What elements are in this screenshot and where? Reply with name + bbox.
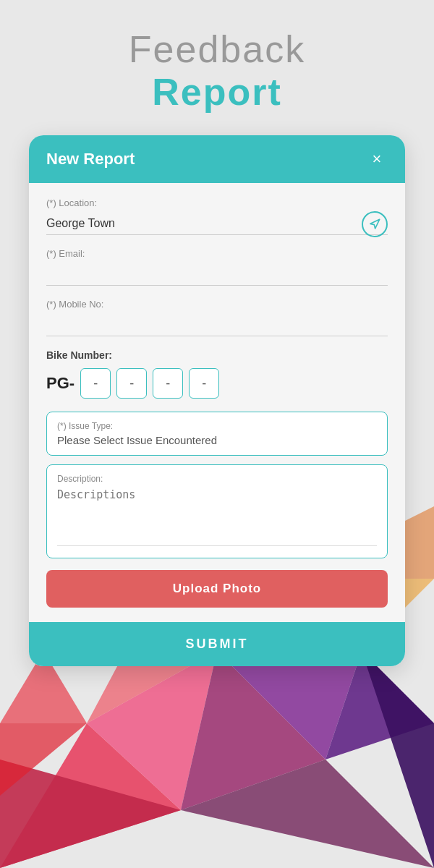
card-header: New Report × (29, 135, 405, 183)
bike-label: Bike Number: (46, 349, 388, 361)
card-footer: SUBMIT (29, 622, 405, 666)
modal-title: New Report (46, 150, 135, 169)
mobile-input[interactable] (46, 314, 388, 336)
page-title-report: Report (152, 70, 282, 114)
card-body: (*) Location: (*) Email: (29, 183, 405, 622)
issue-type-value: Please Select Issue Encountered (57, 434, 377, 446)
email-field-group: (*) Email: (46, 248, 388, 286)
email-label: (*) Email: (46, 248, 388, 259)
location-field-group: (*) Location: (46, 197, 388, 235)
upload-photo-button[interactable]: Upload Photo (46, 570, 388, 608)
location-input-wrapper (46, 213, 388, 235)
issue-type-label: (*) Issue Type: (57, 421, 377, 431)
svg-marker-17 (370, 219, 380, 229)
location-icon[interactable] (362, 211, 388, 237)
modal-card: New Report × (*) Location: (*) Em (29, 135, 405, 666)
bike-digit-1[interactable] (80, 368, 111, 399)
mobile-label: (*) Mobile No: (46, 299, 388, 310)
close-button[interactable]: × (366, 148, 388, 170)
bike-digit-3[interactable] (153, 368, 183, 399)
bike-inputs: PG- (46, 368, 388, 399)
issue-type-box[interactable]: (*) Issue Type: Please Select Issue Enco… (46, 412, 388, 456)
email-input[interactable] (46, 263, 388, 286)
page-wrapper: Feedback Report New Report × (*) Locatio… (0, 0, 434, 868)
submit-button[interactable]: SUBMIT (46, 637, 388, 652)
description-box: Description: (46, 464, 388, 558)
description-label: Description: (57, 474, 377, 484)
email-input-wrapper (46, 263, 388, 286)
page-title-feedback: Feedback (129, 29, 305, 70)
location-input[interactable] (46, 213, 388, 235)
mobile-field-group: (*) Mobile No: (46, 299, 388, 336)
bike-number-section: Bike Number: PG- (46, 349, 388, 399)
bike-digit-4[interactable] (189, 368, 219, 399)
bike-digit-2[interactable] (116, 368, 147, 399)
bike-prefix: PG- (46, 374, 75, 393)
mobile-input-wrapper (46, 314, 388, 336)
description-textarea[interactable] (57, 488, 377, 546)
location-label: (*) Location: (46, 197, 388, 208)
